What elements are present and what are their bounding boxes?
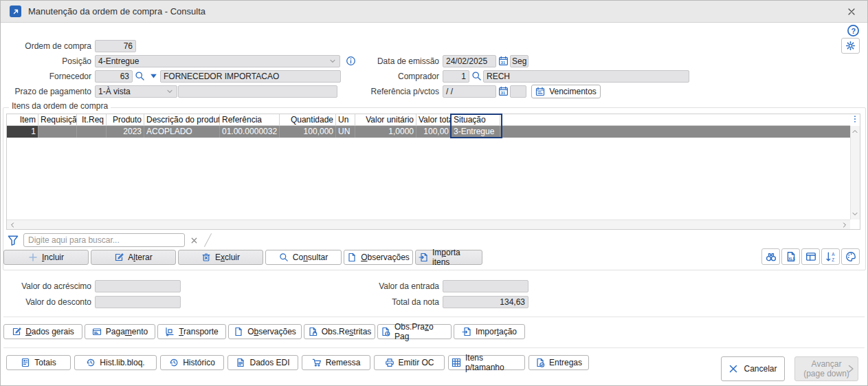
pagamento-button[interactable]: Pagamento (85, 324, 155, 339)
emitir-oc-button[interactable]: Emitir OC (374, 355, 445, 370)
referencia-extra-field[interactable] (510, 85, 526, 98)
cell-quantidade[interactable]: 100,000 (280, 126, 336, 138)
dados-gerais-button[interactable]: Dados gerais (3, 324, 82, 339)
cell-it-req[interactable] (77, 126, 107, 138)
incluir-button[interactable]: Incluir (3, 250, 89, 265)
alterar-button[interactable]: Alterar (91, 250, 176, 265)
column-header-quantidade[interactable]: Quantidade (280, 114, 336, 126)
cell-descricao-do-produto[interactable]: ACOPLADO (144, 126, 220, 138)
trash-icon (201, 253, 211, 262)
vertical-scrollbar[interactable] (850, 126, 860, 219)
ordem-de-compra-field[interactable]: 76 (95, 40, 136, 52)
search-input[interactable] (23, 233, 185, 247)
column-header-descricao-do-produto[interactable]: Descrição do produto (144, 114, 220, 126)
transporte-button[interactable]: Transporte (157, 324, 226, 339)
help-icon[interactable]: ? (847, 24, 860, 37)
totals-icon (21, 358, 30, 367)
grid-options-dots-icon[interactable] (851, 115, 859, 125)
importacao-button[interactable]: Importação (454, 324, 525, 339)
clear-search-icon[interactable] (190, 236, 199, 245)
table-row[interactable]: 12023ACOPLADO01.00.0000032100,000UN1,000… (7, 126, 850, 138)
total-nota-label: Total da nota (276, 297, 439, 307)
column-header-produto[interactable]: Produto (107, 114, 144, 126)
vencimentos-button[interactable]: Vencimentos (531, 85, 601, 98)
scroll-down-icon[interactable] (851, 210, 860, 218)
divider (3, 347, 865, 348)
excluir-button[interactable]: Excluir (178, 250, 263, 265)
column-header-valor-unitario[interactable]: Valor unitário (355, 114, 416, 126)
scroll-left-icon[interactable] (8, 221, 16, 229)
comprador-name-field[interactable]: RECH (483, 70, 689, 83)
cell-situacao[interactable]: 3-Entregue (452, 126, 500, 138)
prazo-pagamento-select[interactable]: 1-À vista (95, 85, 177, 98)
remessa-button[interactable]: Remessa (302, 355, 370, 370)
scroll-up-icon[interactable] (851, 127, 860, 136)
posicao-label: Posição (1, 56, 91, 66)
doc-lock-icon (308, 327, 318, 336)
sort-az-button[interactable]: AZ (821, 248, 840, 265)
column-header-un[interactable]: Un (336, 114, 355, 126)
filter-funnel-icon[interactable] (8, 235, 19, 246)
cell-valor-total[interactable]: 100,00 (416, 126, 452, 138)
column-header-valor-total[interactable]: Valor total (416, 114, 452, 126)
scroll-right-icon[interactable] (841, 221, 849, 229)
totais-button[interactable]: Totais (6, 355, 71, 370)
settings-button[interactable] (841, 38, 860, 54)
calendar-icon[interactable]: 31 (497, 55, 509, 67)
horizontal-scrollbar[interactable] (7, 219, 850, 229)
binoculars-button[interactable] (761, 248, 780, 265)
valor-desconto-field[interactable] (95, 296, 181, 308)
itens-p-tamanho-button[interactable]: Itens p/tamanho (448, 355, 525, 370)
data-emissao-field[interactable]: 24/02/2025 (443, 55, 496, 67)
valor-acrescimo-field[interactable] (95, 280, 181, 292)
cell-valor-unitario[interactable]: 1,0000 (355, 126, 416, 138)
referencia-vctos-field[interactable]: / / (443, 85, 496, 98)
fornecedor-code-field[interactable]: 63 (95, 70, 133, 83)
cell-item[interactable]: 1 (7, 126, 38, 138)
cell-un[interactable]: UN (336, 126, 355, 138)
column-header-situacao[interactable]: Situação (452, 114, 500, 126)
advance-page-down-button[interactable]: Avançar (page down) (794, 356, 858, 381)
cell-requisicao[interactable] (38, 126, 77, 138)
doc-icon (347, 253, 357, 262)
observacoes-button[interactable]: Observações (344, 250, 413, 265)
consultar-button[interactable]: Consultar (265, 250, 342, 265)
obs-restritas-button[interactable]: Obs.Restritas (304, 324, 375, 339)
ordem-de-compra-label: Ordem de compra (1, 41, 91, 51)
fornecedor-label: Fornecedor (1, 72, 91, 81)
column-header-it-req[interactable]: It.Req (77, 114, 107, 126)
cell-referencia[interactable]: 01.00.0000032 (220, 126, 280, 138)
layout-button[interactable] (801, 248, 820, 265)
open-window-icon (10, 6, 21, 17)
column-header-referencia[interactable]: Referência (220, 114, 280, 126)
search-icon[interactable] (470, 70, 482, 83)
dropdown-triangle-icon[interactable] (147, 70, 159, 83)
historico-button[interactable]: Histórico (160, 355, 224, 370)
items-grid[interactable]: ItemRequisiçãoIt.ReqProdutoDescrição do … (6, 114, 860, 230)
plus-light-icon (28, 253, 38, 262)
valor-entrada-field[interactable] (443, 280, 528, 292)
calendar-icon[interactable]: 31 (497, 85, 509, 98)
column-header-requisicao[interactable]: Requisição (38, 114, 77, 126)
purchase-order-window: Manutenção da ordem de compra - Consulta… (0, 0, 868, 386)
data-emissao-label: Data de emissão (289, 56, 439, 66)
hist-lib-bloq-button[interactable]: Hist.lib.bloq. (74, 355, 157, 370)
obs-prazo-pag-button[interactable]: $Obs.Prazo Pag (377, 324, 452, 339)
comprador-code-field[interactable]: 1 (443, 70, 469, 83)
observacoes-button[interactable]: Observações (228, 324, 302, 339)
cancel-button[interactable]: Cancelar (721, 356, 785, 381)
doc-xls-button[interactable]: XLS (781, 248, 800, 265)
doc-lines-icon (236, 358, 245, 367)
cart-icon (312, 358, 322, 367)
entregas-button[interactable]: Entregas (528, 355, 589, 370)
cell-produto[interactable]: 2023 (107, 126, 144, 138)
dados-edi-button[interactable]: Dados EDI (227, 355, 298, 370)
doc-import-icon (462, 327, 471, 336)
doc-xls-icon: XLS (786, 251, 797, 262)
palette-button[interactable] (841, 248, 860, 265)
importa-itens-button[interactable]: Importa itens (415, 250, 482, 265)
card-icon (92, 327, 102, 336)
search-icon[interactable] (133, 70, 146, 83)
column-header-item[interactable]: Item (7, 114, 38, 126)
close-icon[interactable] (845, 5, 858, 19)
